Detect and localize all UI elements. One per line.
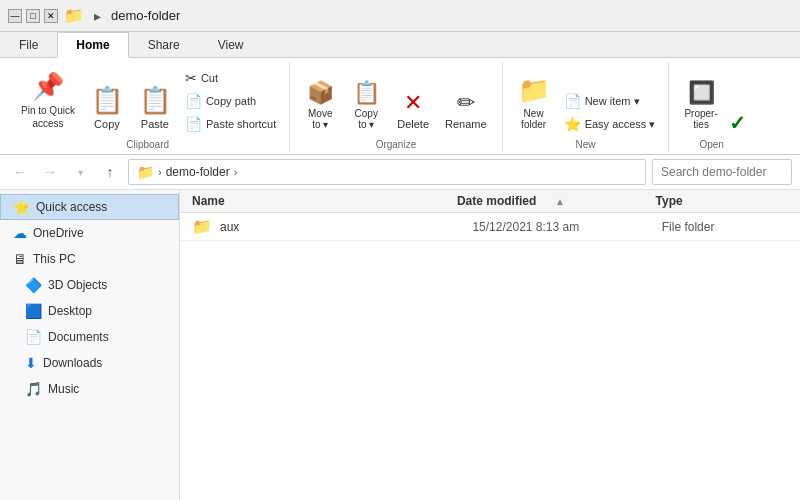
- clipboard-group-label: Clipboard: [126, 135, 169, 150]
- delete-label: Delete: [397, 118, 429, 130]
- onedrive-icon: ☁: [13, 225, 27, 241]
- sidebar-label-this-pc: This PC: [33, 252, 76, 266]
- move-to-button[interactable]: 📦 Moveto ▾: [298, 75, 342, 135]
- copy-path-button[interactable]: 📄 Copy path: [180, 90, 281, 112]
- easy-access-label: Easy access ▾: [585, 118, 656, 131]
- sidebar-item-desktop[interactable]: 🟦 Desktop: [0, 298, 179, 324]
- thispc-icon: 🖥: [13, 251, 27, 267]
- sidebar-label-music: Music: [48, 382, 79, 396]
- new-items: 📁 Newfolder 📄 New item ▾ ⭐ Easy access ▾: [511, 66, 661, 135]
- copy-to-label: Copyto ▾: [355, 108, 378, 130]
- tab-home[interactable]: Home: [57, 32, 128, 58]
- copy-label: Copy: [94, 118, 120, 130]
- window-title: demo-folder: [111, 8, 180, 23]
- new-item-icon: 📄: [564, 93, 581, 109]
- paste-shortcut-button[interactable]: 📄 Paste shortcut: [180, 113, 281, 135]
- cut-button[interactable]: ✂ Cut: [180, 67, 281, 89]
- copy-to-button[interactable]: 📋 Copyto ▾: [344, 75, 388, 135]
- sort-arrow-icon: ▲: [555, 196, 565, 207]
- organize-items: 📦 Moveto ▾ 📋 Copyto ▾ ✕ Delete ✏ Rename: [298, 66, 493, 135]
- copy-path-label: Copy path: [206, 95, 256, 107]
- sidebar-item-documents[interactable]: 📄 Documents: [0, 324, 179, 350]
- desktop-icon: 🟦: [25, 303, 42, 319]
- paste-label: Paste: [141, 118, 169, 130]
- minimize-btn[interactable]: —: [8, 9, 22, 23]
- new-item-button[interactable]: 📄 New item ▾: [559, 90, 661, 112]
- new-item-label: New item ▾: [585, 95, 640, 108]
- sidebar-item-music[interactable]: 🎵 Music: [0, 376, 179, 402]
- recent-button[interactable]: ▾: [68, 160, 92, 184]
- address-bar: ← → ▾ ↑ 📁 › demo-folder ›: [0, 155, 800, 190]
- 3d-objects-icon: 🔷: [25, 277, 42, 293]
- easy-access-button[interactable]: ⭐ Easy access ▾: [559, 113, 661, 135]
- maximize-btn[interactable]: □: [26, 9, 40, 23]
- forward-button[interactable]: →: [38, 160, 62, 184]
- file-list: Name ▲ Date modified Type 📁 aux 15/12/20…: [180, 190, 800, 500]
- cut-icon: ✂: [185, 70, 197, 86]
- title-bar: — □ ✕ 📁 ▸ demo-folder: [0, 0, 800, 32]
- pin-label: Pin to Quickaccess: [21, 104, 75, 130]
- copy-icon: 📋: [91, 85, 123, 116]
- sidebar-item-3d-objects[interactable]: 🔷 3D Objects: [0, 272, 179, 298]
- pin-to-quick-access-button[interactable]: 📌 Pin to Quickaccess: [14, 66, 82, 135]
- move-label: Moveto ▾: [308, 108, 332, 130]
- new-small-group: 📄 New item ▾ ⭐ Easy access ▾: [559, 90, 661, 135]
- tab-file[interactable]: File: [0, 32, 57, 57]
- path-segment: demo-folder: [166, 165, 230, 179]
- col-header-type: Type: [656, 194, 788, 208]
- easy-access-icon: ⭐: [564, 116, 581, 132]
- sidebar: ⭐ Quick access ☁ OneDrive 🖥 This PC 🔷 3D…: [0, 190, 180, 500]
- delete-button[interactable]: ✕ Delete: [390, 85, 436, 135]
- ribbon: 📌 Pin to Quickaccess 📋 Copy 📋 Paste ✂ Cu…: [0, 58, 800, 155]
- file-folder-icon: 📁: [192, 217, 212, 236]
- file-type: File folder: [662, 220, 788, 234]
- table-row[interactable]: 📁 aux 15/12/2021 8:13 am File folder: [180, 213, 800, 241]
- back-button[interactable]: ←: [8, 160, 32, 184]
- tab-share[interactable]: Share: [129, 32, 199, 57]
- col-header-name: Name: [192, 194, 457, 208]
- sidebar-label-quick-access: Quick access: [36, 200, 107, 214]
- file-name: aux: [220, 220, 472, 234]
- tab-view[interactable]: View: [199, 32, 263, 57]
- move-icon: 📦: [307, 80, 334, 106]
- ribbon-group-organize: 📦 Moveto ▾ 📋 Copyto ▾ ✕ Delete ✏ Rename …: [290, 62, 502, 152]
- copy-button[interactable]: 📋 Copy: [84, 80, 130, 135]
- up-button[interactable]: ↑: [98, 160, 122, 184]
- ribbon-tab-bar: File Home Share View: [0, 32, 800, 58]
- sidebar-label-downloads: Downloads: [43, 356, 102, 370]
- path-end-chevron: ›: [234, 166, 238, 178]
- title-separator: ▸: [94, 8, 101, 24]
- ribbon-group-clipboard: 📌 Pin to Quickaccess 📋 Copy 📋 Paste ✂ Cu…: [6, 62, 290, 152]
- cut-label: Cut: [201, 72, 218, 84]
- properties-icon: 🔲: [688, 80, 715, 106]
- new-folder-button[interactable]: 📁 Newfolder: [511, 70, 557, 135]
- clipboard-items: 📌 Pin to Quickaccess 📋 Copy 📋 Paste ✂ Cu…: [14, 66, 281, 135]
- paste-shortcut-icon: 📄: [185, 116, 202, 132]
- sidebar-label-onedrive: OneDrive: [33, 226, 84, 240]
- copy-path-icon: 📄: [185, 93, 202, 109]
- pin-icon: 📌: [32, 71, 64, 102]
- checkmark-indicator: ✓: [729, 111, 746, 135]
- sidebar-label-desktop: Desktop: [48, 304, 92, 318]
- delete-icon: ✕: [404, 90, 422, 116]
- properties-button[interactable]: 🔲 Proper-ties: [677, 75, 724, 135]
- address-path[interactable]: 📁 › demo-folder ›: [128, 159, 646, 185]
- new-folder-icon: 📁: [518, 75, 550, 106]
- paste-button[interactable]: 📋 Paste: [132, 80, 178, 135]
- music-icon: 🎵: [25, 381, 42, 397]
- search-input[interactable]: [652, 159, 792, 185]
- close-btn[interactable]: ✕: [44, 9, 58, 23]
- sidebar-item-this-pc[interactable]: 🖥 This PC: [0, 246, 179, 272]
- open-items: 🔲 Proper-ties ✓: [677, 66, 745, 135]
- path-chevron: ›: [158, 166, 162, 178]
- sidebar-item-downloads[interactable]: ⬇ Downloads: [0, 350, 179, 376]
- checkmark-icon: ✓: [729, 111, 746, 135]
- rename-button[interactable]: ✏ Rename: [438, 85, 494, 135]
- ribbon-group-open: 🔲 Proper-ties ✓ Open: [669, 62, 753, 152]
- paste-shortcut-label: Paste shortcut: [206, 118, 276, 130]
- sidebar-item-onedrive[interactable]: ☁ OneDrive: [0, 220, 179, 246]
- path-folder-icon: 📁: [137, 164, 154, 180]
- new-group-label: New: [576, 135, 596, 150]
- rename-label: Rename: [445, 118, 487, 130]
- sidebar-item-quick-access[interactable]: ⭐ Quick access: [0, 194, 179, 220]
